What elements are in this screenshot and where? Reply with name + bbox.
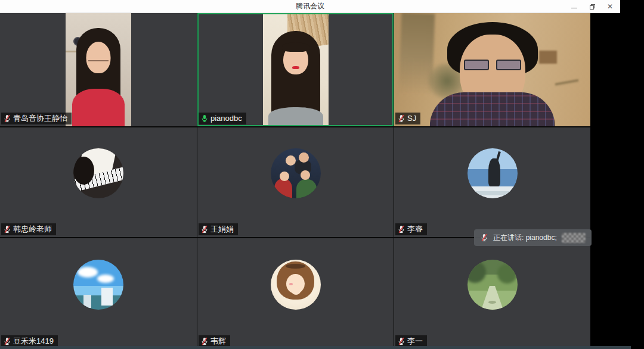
stepping-stone-decor: [488, 301, 496, 304]
participant-name: 王娟娟: [210, 225, 234, 233]
participant-video: [66, 13, 131, 126]
face-decor: [299, 152, 309, 163]
cloud-decor: [78, 267, 98, 278]
minimize-button[interactable]: [565, 0, 583, 13]
participant-name-label: 王娟娟: [199, 223, 238, 235]
person-lips: [292, 66, 299, 69]
participant-name-label: 李睿: [395, 223, 427, 235]
headband-decor: [286, 264, 306, 269]
participant-tile-weihui[interactable]: 韦辉: [197, 238, 394, 349]
painting-house-decor: [539, 51, 557, 64]
window-title: 腾讯会议: [0, 1, 620, 11]
participant-video: [263, 13, 329, 126]
participant-name: 豆禾米1419: [13, 337, 54, 345]
censored-name-blur: [562, 233, 586, 243]
mic-muted-icon: [397, 225, 405, 233]
participant-tile-wangjuanjuan[interactable]: 王娟娟: [197, 127, 394, 237]
painting-branch-decor: [555, 61, 578, 106]
ledge-decor: [467, 191, 518, 196]
window-bottom-edge: [0, 346, 631, 349]
participant-tile-sj[interactable]: SJ: [394, 13, 590, 126]
participant-tile-qingdao-wangjingyi[interactable]: 青岛音协王静怡: [0, 13, 197, 126]
building-decor: [83, 295, 91, 308]
now-speaking-text: 正在讲话: pianodbc;: [493, 233, 557, 243]
restore-icon: [590, 4, 595, 10]
participant-name: 韦辉: [210, 337, 226, 345]
participant-name: SJ: [407, 114, 416, 123]
participant-name: 韩忠岭老师: [13, 225, 52, 233]
face-decor: [280, 172, 289, 181]
person-body: [72, 89, 125, 126]
close-button[interactable]: ✕: [601, 0, 619, 13]
participant-tile-liyi[interactable]: 李一: [394, 238, 590, 349]
blush-decor: [289, 283, 293, 285]
participant-video: [394, 13, 590, 126]
participant-name-label: 李一: [395, 335, 427, 347]
participant-name: 李睿: [407, 225, 423, 233]
participant-avatar: [467, 260, 518, 310]
now-speaking-toast: 正在讲话: pianodbc;: [474, 229, 592, 246]
participant-name-label: 韩忠岭老师: [1, 223, 56, 235]
participant-name: pianodbc: [210, 114, 242, 123]
cloud-decor: [97, 275, 114, 283]
mic-muted-icon: [200, 225, 209, 233]
participant-avatar: [271, 148, 321, 198]
participant-tile-pianodbc[interactable]: pianodbc: [197, 13, 394, 126]
person-glasses-left: [464, 60, 489, 70]
participant-name-label: 韦辉: [199, 335, 230, 347]
person-body: [429, 92, 555, 126]
participant-name-label: 青岛音协王静怡: [1, 113, 72, 124]
window-controls: ✕: [565, 0, 619, 13]
person-glasses: [88, 56, 109, 61]
participant-avatar: [271, 260, 321, 310]
building-decor: [101, 288, 112, 306]
mic-active-icon: [200, 114, 209, 123]
participant-avatar: [73, 148, 123, 198]
video-grid: 青岛音协王静怡 pianodbc: [0, 13, 590, 349]
mic-muted-icon: [3, 337, 11, 345]
tree-decor: [467, 261, 487, 283]
red-clothing-decor: [274, 179, 292, 199]
participant-avatar: [73, 260, 123, 310]
window-titlebar: 腾讯会议 ✕: [0, 0, 620, 13]
mic-muted-icon: [3, 225, 11, 233]
person-body: [268, 107, 323, 126]
participant-name-label: SJ: [395, 113, 420, 124]
face-decor: [286, 155, 296, 166]
hand-decor: [292, 288, 301, 295]
person-glasses-right: [496, 60, 521, 70]
screenshot-root: 腾讯会议 ✕ 青岛音协王静怡: [0, 0, 644, 349]
participant-avatar: [467, 148, 518, 198]
restore-button[interactable]: [583, 0, 601, 13]
participant-tile-lirui[interactable]: 李睿: [394, 127, 590, 237]
participant-name-label: 豆禾米1419: [1, 335, 58, 347]
participant-name: 青岛音协王静怡: [13, 114, 67, 123]
person-bangs: [282, 42, 309, 52]
mic-muted-icon: [480, 233, 488, 242]
participant-tile-douhemi1419[interactable]: 豆禾米1419: [0, 238, 197, 349]
participant-name-label: pianodbc: [199, 113, 246, 124]
minimize-icon: [571, 8, 577, 8]
participant-name: 李一: [407, 337, 423, 345]
green-clothing-decor: [296, 179, 317, 198]
figure-silhouette-decor: [488, 158, 500, 186]
restore-icon-front: [590, 5, 594, 10]
face-decor: [301, 170, 310, 180]
tree-decor: [497, 264, 518, 284]
mic-muted-icon: [397, 337, 405, 345]
mic-muted-icon: [200, 337, 209, 345]
mic-muted-icon: [3, 114, 11, 123]
mic-muted-icon: [397, 114, 405, 123]
participant-tile-hanzhongling[interactable]: 韩忠岭老师: [0, 127, 197, 237]
garden-path-decor: [481, 286, 503, 310]
